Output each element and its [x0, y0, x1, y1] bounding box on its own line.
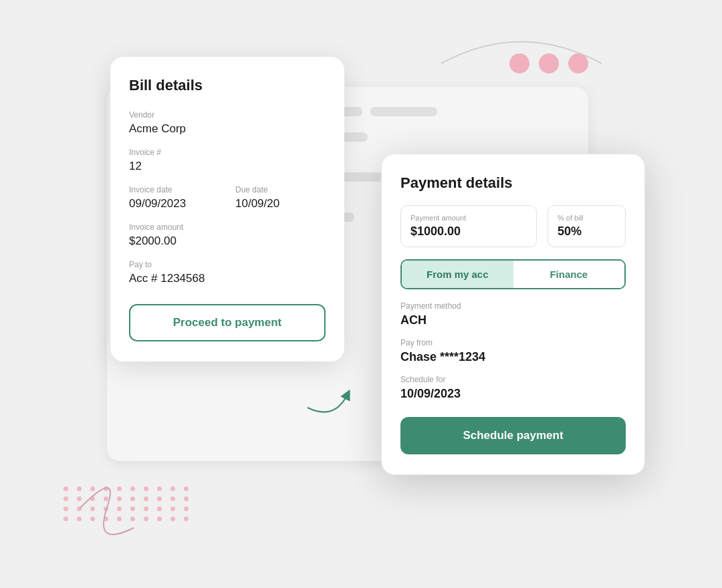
dot: [130, 506, 135, 511]
dot: [157, 486, 162, 491]
dot: [104, 486, 108, 491]
dot: [130, 496, 135, 501]
invoice-date-field: Invoice date 09/09/2023: [129, 185, 219, 210]
vendor-value: Acme Corp: [129, 122, 326, 136]
dot: [170, 506, 175, 511]
pink-circle-3: [568, 53, 588, 74]
vendor-field: Vendor Acme Corp: [129, 110, 326, 136]
dot: [104, 517, 108, 521]
dot: [90, 506, 95, 511]
pay-from-label: Pay from: [400, 338, 626, 347]
dot: [77, 496, 82, 501]
invoice-date-value: 09/09/2023: [129, 197, 219, 210]
payment-amount-row: Payment amount $1000.00 % of bill 50%: [400, 205, 626, 247]
dot: [90, 496, 95, 501]
pink-circle-1: [509, 53, 529, 74]
invoice-number-field: Invoice # 12: [129, 148, 326, 173]
payment-amount-label: Payment amount: [410, 214, 527, 222]
dot: [144, 486, 148, 491]
dot: [144, 496, 148, 501]
invoice-number-label: Invoice #: [129, 148, 326, 157]
dot: [144, 506, 148, 511]
dot: [77, 486, 82, 491]
bill-details-card: Bill details Vendor Acme Corp Invoice # …: [110, 57, 344, 361]
invoice-number-value: 12: [129, 160, 326, 173]
payment-amount-box: Payment amount $1000.00: [400, 205, 537, 247]
invoice-amount-value: $2000.00: [129, 235, 326, 248]
dot: [77, 517, 82, 521]
decorative-pink-circles: [509, 53, 588, 74]
schedule-payment-button[interactable]: Schedule payment: [400, 417, 626, 454]
dot: [104, 496, 108, 501]
dot: [130, 486, 135, 491]
vendor-label: Vendor: [129, 110, 326, 120]
invoice-amount-field: Invoice amount $2000.00: [129, 223, 326, 248]
dot: [170, 517, 175, 521]
payment-percent-value: 50%: [558, 225, 616, 239]
dot: [184, 486, 189, 491]
dot: [117, 517, 122, 521]
payment-details-title: Payment details: [400, 174, 626, 192]
payment-method-label: Payment method: [400, 301, 626, 311]
schedule-for-field: Schedule for 10/09/2023: [400, 375, 626, 401]
pay-to-value: Acc # 1234568: [129, 272, 326, 285]
dot: [144, 517, 148, 521]
schedule-for-label: Schedule for: [400, 375, 626, 384]
dot: [170, 486, 175, 491]
dot: [157, 496, 162, 501]
bill-details-title: Bill details: [129, 77, 326, 94]
dot: [184, 496, 189, 501]
scene: Bill details Vendor Acme Corp Invoice # …: [0, 0, 722, 588]
from-my-account-tab[interactable]: From my acc: [402, 261, 513, 288]
pink-circle-2: [539, 53, 559, 74]
dot: [157, 506, 162, 511]
payment-details-card: Payment details Payment amount $1000.00 …: [381, 154, 645, 475]
date-row: Invoice date 09/09/2023 Due date 10/09/2…: [129, 185, 326, 223]
dot: [64, 496, 68, 501]
bg-bar: [370, 107, 437, 116]
payment-percent-label: % of bill: [558, 214, 616, 222]
invoice-amount-label: Invoice amount: [129, 223, 326, 232]
pay-from-value: Chase ****1234: [400, 350, 626, 364]
dot: [117, 496, 122, 501]
dot: [64, 517, 68, 521]
schedule-for-value: 10/09/2023: [400, 387, 626, 401]
proceed-to-payment-button[interactable]: Proceed to payment: [129, 304, 326, 341]
dot: [157, 517, 162, 521]
dot: [77, 506, 82, 511]
dot: [90, 486, 95, 491]
dot: [184, 517, 189, 521]
payment-method-value: ACH: [400, 313, 626, 327]
pay-to-label: Pay to: [129, 260, 326, 269]
pay-from-field: Pay from Chase ****1234: [400, 338, 626, 364]
dot: [90, 517, 95, 521]
dot: [170, 496, 175, 501]
pay-to-field: Pay to Acc # 1234568: [129, 260, 326, 285]
dot: [117, 506, 122, 511]
dot: [104, 506, 108, 511]
dot: [64, 486, 68, 491]
due-date-label: Due date: [235, 185, 326, 194]
dot: [117, 486, 122, 491]
payment-percent-box: % of bill 50%: [548, 205, 626, 247]
finance-tab[interactable]: Finance: [513, 261, 625, 288]
payment-source-toggle[interactable]: From my acc Finance: [400, 259, 626, 289]
payment-method-field: Payment method ACH: [400, 301, 626, 327]
due-date-field: Due date 10/09/20: [235, 185, 326, 210]
due-date-value: 10/09/20: [235, 197, 326, 210]
decorative-dots-grid: [64, 486, 192, 521]
payment-amount-value: $1000.00: [410, 225, 527, 239]
dot: [184, 506, 189, 511]
dot: [130, 517, 135, 521]
invoice-date-label: Invoice date: [129, 185, 219, 194]
dot: [64, 506, 68, 511]
